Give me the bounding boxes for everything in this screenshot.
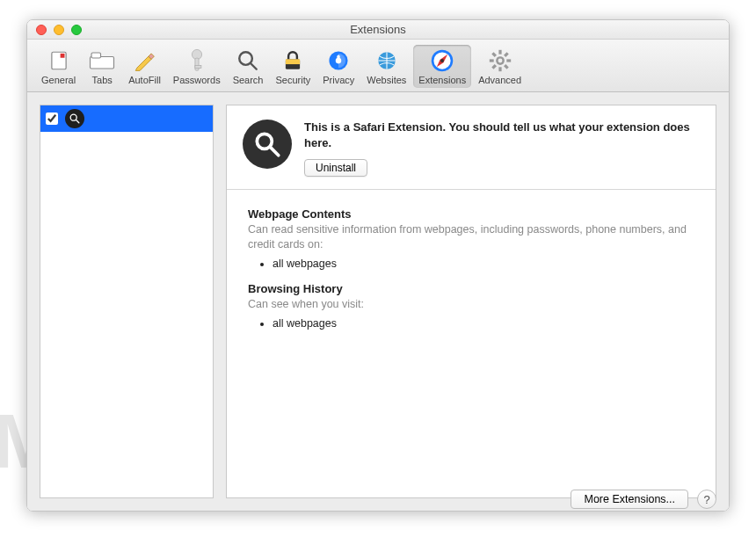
security-icon: [279, 47, 307, 75]
tab-autofill[interactable]: AutoFill: [123, 45, 166, 88]
websites-icon: [373, 47, 401, 75]
general-icon: [45, 47, 73, 75]
svg-rect-21: [489, 59, 493, 62]
minimize-icon[interactable]: [54, 25, 64, 35]
tabs-icon: [88, 47, 116, 75]
tab-label: AutoFill: [128, 75, 161, 85]
titlebar: Extensions: [27, 20, 729, 40]
browsing-history-desc: Can see when you visit:: [248, 297, 694, 312]
webpage-contents-heading: Webpage Contents: [248, 207, 694, 221]
tab-advanced[interactable]: Advanced: [473, 45, 527, 88]
permissions-section: Webpage Contents Can read sensitive info…: [227, 190, 716, 356]
extension-large-icon: [243, 120, 292, 169]
extension-item-icon: [65, 109, 84, 128]
extension-enable-checkbox[interactable]: [46, 112, 58, 125]
privacy-icon: [324, 47, 353, 75]
extension-description: This is a Safari Extension. You should t…: [304, 120, 700, 150]
preferences-toolbar: General Tabs AutoFill Passwords Search: [27, 40, 729, 92]
tab-label: Advanced: [478, 75, 521, 85]
extension-detail-panel: This is a Safari Extension. You should t…: [226, 105, 716, 498]
browsing-history-heading: Browsing History: [248, 282, 694, 295]
tab-search[interactable]: Search: [228, 45, 269, 88]
svg-rect-19: [498, 50, 501, 54]
tab-extensions[interactable]: Extensions: [413, 45, 471, 88]
svg-rect-20: [498, 67, 501, 71]
preferences-window: Extensions General Tabs AutoFill Passwor…: [26, 19, 730, 512]
svg-rect-3: [91, 53, 101, 58]
tab-label: Privacy: [323, 75, 354, 85]
svg-line-31: [270, 147, 279, 156]
tab-label: Security: [275, 75, 310, 85]
tab-label: Passwords: [173, 75, 221, 85]
svg-line-29: [76, 120, 79, 123]
svg-rect-6: [195, 66, 201, 69]
svg-rect-10: [286, 59, 300, 64]
svg-point-17: [440, 59, 444, 62]
tab-general[interactable]: General: [36, 45, 81, 88]
window-controls: [27, 25, 82, 35]
search-icon: [234, 47, 262, 75]
tab-label: Search: [233, 75, 264, 85]
tab-privacy[interactable]: Privacy: [317, 45, 360, 88]
uninstall-button[interactable]: Uninstall: [304, 159, 367, 177]
footer-controls: More Extensions... ?: [571, 490, 716, 509]
svg-point-27: [498, 59, 502, 63]
tab-label: Extensions: [418, 75, 466, 85]
window-title: Extensions: [27, 23, 729, 36]
zoom-icon[interactable]: [71, 25, 82, 35]
tab-label: Tabs: [92, 75, 113, 85]
webpage-contents-item: all webpages: [273, 258, 694, 270]
more-extensions-button[interactable]: More Extensions...: [571, 490, 688, 509]
tab-passwords[interactable]: Passwords: [168, 45, 226, 88]
extensions-icon: [428, 47, 456, 75]
svg-rect-22: [506, 59, 511, 62]
tab-websites[interactable]: Websites: [361, 45, 411, 88]
tab-security[interactable]: Security: [270, 45, 316, 88]
tab-label: Websites: [367, 75, 406, 85]
browsing-history-item: all webpages: [273, 317, 694, 330]
svg-line-8: [251, 63, 257, 69]
svg-rect-1: [60, 54, 64, 58]
svg-rect-5: [195, 58, 199, 70]
svg-rect-25: [491, 52, 497, 57]
extension-list-item[interactable]: [40, 105, 213, 132]
webpage-contents-desc: Can read sensitive information from webp…: [248, 222, 694, 252]
close-icon[interactable]: [36, 25, 47, 35]
svg-rect-24: [491, 64, 497, 69]
content-area: This is a Safari Extension. You should t…: [27, 92, 729, 511]
svg-point-13: [336, 58, 342, 64]
passwords-icon: [183, 47, 211, 75]
svg-rect-26: [504, 64, 509, 69]
tab-label: General: [41, 75, 76, 85]
svg-rect-23: [504, 52, 509, 57]
gear-icon: [486, 47, 514, 75]
tab-tabs[interactable]: Tabs: [83, 45, 121, 88]
extensions-sidebar: [40, 105, 214, 498]
help-button[interactable]: ?: [697, 490, 716, 509]
detail-header: This is a Safari Extension. You should t…: [227, 105, 716, 190]
autofill-icon: [130, 47, 158, 75]
